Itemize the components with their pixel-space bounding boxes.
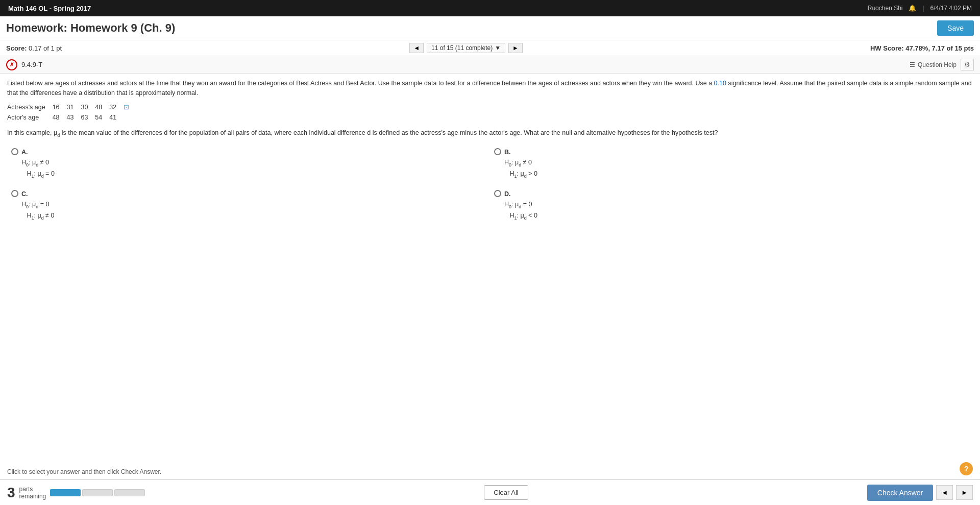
hw-score-value: 47.78%, 7.17 of 15 pts bbox=[905, 44, 974, 52]
score-row: Score: 0.17 of 1 pt ◄ 11 of 15 (11 compl… bbox=[0, 40, 980, 56]
option-b-content: B. H0: μd ≠ 0 H1: μd > 0 bbox=[504, 147, 537, 180]
settings-button[interactable]: ⚙ bbox=[961, 59, 974, 70]
option-d-block: D. H0: μd = 0 H1: μd < 0 bbox=[490, 187, 973, 224]
header-row: Homework: Homework 9 (Ch. 9) Save bbox=[0, 16, 980, 40]
question-status-icon: ✗ bbox=[6, 59, 17, 70]
score-label: Score: bbox=[6, 44, 27, 52]
option-d-h1: H1: μd < 0 bbox=[504, 210, 537, 222]
actress-val-5: 32 bbox=[109, 102, 124, 113]
problem-text-1: Listed below are ages of actresses and a… bbox=[7, 80, 712, 87]
actress-val-4: 48 bbox=[95, 102, 109, 113]
actress-label: Actress's age bbox=[7, 102, 53, 113]
actor-val-5: 41 bbox=[109, 112, 124, 123]
divider: | bbox=[922, 5, 924, 12]
mu-description: In this example, μd is the mean value of… bbox=[7, 128, 973, 139]
option-d-h0: H0: μd = 0 bbox=[504, 199, 537, 210]
question-body: Listed below are ages of actresses and a… bbox=[0, 74, 980, 229]
question-help-button[interactable]: ☰ Question Help bbox=[910, 61, 957, 68]
hw-score: HW Score: 47.78%, 7.17 of 15 pts bbox=[870, 44, 974, 52]
nav-current-label: 11 of 15 (11 complete) bbox=[431, 44, 493, 52]
option-a-label: A. bbox=[21, 149, 28, 156]
question-header: ✗ 9.4.9-T ☰ Question Help ⚙ bbox=[0, 56, 980, 74]
option-c-h1: H1: μd ≠ 0 bbox=[21, 210, 54, 222]
list-icon: ☰ bbox=[910, 61, 915, 68]
option-b-radio[interactable] bbox=[494, 148, 501, 155]
actor-val-3: 63 bbox=[81, 112, 95, 123]
actor-row: Actor's age 48 43 63 54 41 bbox=[7, 112, 136, 123]
username: Ruochen Shi bbox=[868, 5, 903, 12]
top-bar-right: Ruochen Shi 🔔 | 6/4/17 4:02 PM bbox=[868, 5, 972, 12]
data-table: Actress's age 16 31 30 48 32 ⊡ Actor's a… bbox=[7, 102, 973, 124]
option-b-h1: H1: μd > 0 bbox=[504, 169, 537, 180]
option-c-block: C. H0: μd = 0 H1: μd ≠ 0 bbox=[7, 187, 490, 224]
option-c-radio[interactable] bbox=[11, 190, 18, 197]
option-c-h0: H0: μd = 0 bbox=[21, 199, 54, 210]
option-b-h0: H0: μd ≠ 0 bbox=[504, 157, 537, 169]
actress-val-3: 30 bbox=[81, 102, 95, 113]
actress-val-2: 31 bbox=[67, 102, 81, 113]
option-a-radio[interactable] bbox=[11, 148, 18, 155]
question-navigator: ◄ 11 of 15 (11 complete) ▼ ► bbox=[409, 43, 523, 53]
question-id: 9.4.9-T bbox=[21, 61, 42, 68]
significance-level: 0.10 bbox=[714, 80, 726, 87]
actress-val-1: 16 bbox=[53, 102, 67, 113]
option-b-label: B. bbox=[504, 149, 511, 156]
score-value: 0.17 of 1 pt bbox=[29, 44, 62, 52]
actress-row: Actress's age 16 31 30 48 32 ⊡ bbox=[7, 102, 136, 113]
option-a-h0: H0: μd ≠ 0 bbox=[21, 157, 55, 169]
top-bar: Math 146 OL - Spring 2017 Ruochen Shi 🔔 … bbox=[0, 0, 980, 16]
user-icon: 🔔 bbox=[909, 5, 916, 12]
actor-val-1: 48 bbox=[53, 112, 67, 123]
option-b-block: B. H0: μd ≠ 0 H1: μd > 0 bbox=[490, 145, 973, 182]
option-c-label: C. bbox=[21, 190, 28, 198]
hw-score-label: HW Score: bbox=[870, 44, 904, 52]
option-d-content: D. H0: μd = 0 H1: μd < 0 bbox=[504, 189, 537, 222]
actor-val-4: 54 bbox=[95, 112, 109, 123]
next-question-button[interactable]: ► bbox=[508, 43, 523, 53]
problem-text: Listed below are ages of actresses and a… bbox=[7, 79, 973, 98]
question-id-row: ✗ 9.4.9-T bbox=[6, 59, 42, 70]
nav-dropdown-arrow: ▼ bbox=[495, 44, 501, 52]
option-c-content: C. H0: μd = 0 H1: μd ≠ 0 bbox=[21, 189, 54, 222]
option-d-radio[interactable] bbox=[494, 190, 501, 197]
question-help-label: Question Help bbox=[918, 61, 957, 68]
course-title: Math 146 OL - Spring 2017 bbox=[8, 5, 91, 12]
prev-question-button[interactable]: ◄ bbox=[409, 43, 424, 53]
save-button[interactable]: Save bbox=[937, 20, 974, 36]
question-nav-dropdown[interactable]: 11 of 15 (11 complete) ▼ bbox=[427, 43, 505, 53]
homework-title: Homework: Homework 9 (Ch. 9) bbox=[6, 21, 175, 35]
option-d-label: D. bbox=[504, 190, 511, 198]
datetime: 6/4/17 4:02 PM bbox=[930, 5, 972, 12]
actor-val-2: 43 bbox=[67, 112, 81, 123]
option-a-block: A. H0: μd ≠ 0 H1: μd = 0 bbox=[7, 145, 490, 182]
data-expand-icon[interactable]: ⊡ bbox=[124, 102, 136, 113]
options-grid: A. H0: μd ≠ 0 H1: μd = 0 B. H0: μd ≠ 0 H… bbox=[7, 145, 973, 224]
actor-label: Actor's age bbox=[7, 112, 53, 123]
option-a-h1: H1: μd = 0 bbox=[21, 169, 55, 180]
score-display: Score: 0.17 of 1 pt bbox=[6, 44, 62, 52]
option-a-content: A. H0: μd ≠ 0 H1: μd = 0 bbox=[21, 147, 55, 180]
